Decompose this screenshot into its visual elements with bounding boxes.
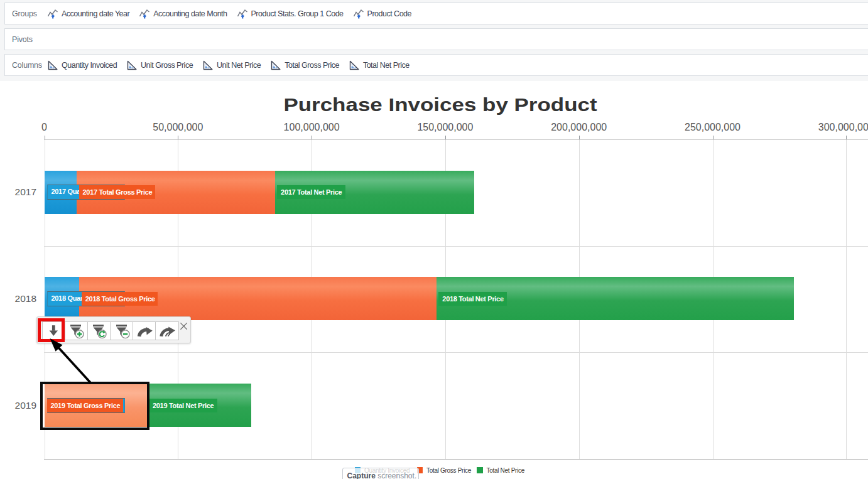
bar-label: 2018 Total Gross Price — [82, 292, 158, 306]
gridline-horizontal — [44, 352, 868, 353]
redo-button[interactable] — [155, 321, 178, 340]
gridline-horizontal — [44, 246, 868, 247]
category-label: 2017 — [0, 186, 36, 198]
legend-item[interactable]: Total Net Price — [477, 467, 524, 474]
bar-label: 2019 Total Net Price — [149, 399, 217, 412]
bar-label: 2017 Total Net Price — [277, 185, 345, 199]
filter-refresh-button[interactable] — [87, 321, 111, 340]
annotation-red-highlight — [38, 318, 65, 343]
filter-remove-button[interactable] — [110, 321, 133, 340]
x-axis-tick-label: 300,000,000 — [818, 122, 868, 133]
funnel-refresh-icon — [90, 323, 107, 339]
tooltip-rest-text: screenshot. — [376, 471, 416, 479]
x-axis-tick-label: 50,000,000 — [153, 122, 203, 133]
bar-label: 2018 Total Net Price — [438, 292, 507, 306]
curved-arrow-multi-icon — [159, 323, 175, 339]
category-label: 2018 — [0, 293, 36, 304]
x-axis-tick-label: 200,000,000 — [551, 122, 607, 133]
funnel-minus-icon — [114, 323, 130, 339]
curved-arrow-icon — [136, 323, 153, 339]
legend-item[interactable]: Total Gross Price — [417, 467, 472, 474]
annotation-black-rectangle — [40, 382, 149, 430]
tooltip-bold-text: Capture — [347, 471, 376, 479]
app-root: Groups Accounting date Year Accounting d… — [0, 0, 868, 479]
legend-label: Total Net Price — [487, 467, 525, 474]
undo-button[interactable] — [133, 321, 156, 340]
x-axis-tick-label: 250,000,000 — [685, 122, 741, 133]
legend-label: Total Gross Price — [426, 467, 471, 474]
axis-line-top — [44, 139, 868, 140]
x-axis-tick-label: 0 — [41, 122, 47, 133]
axis-line-bottom — [44, 459, 868, 460]
close-icon[interactable] — [180, 322, 188, 331]
legend-swatch — [477, 467, 483, 473]
x-axis-tick-label: 150,000,000 — [417, 122, 473, 133]
capture-screenshot-tooltip: Capture screenshot. — [342, 468, 419, 479]
gridline-vertical — [846, 140, 847, 460]
funnel-plus-icon — [68, 323, 84, 339]
category-label: 2019 — [0, 400, 36, 411]
chart-title: Purchase Invoices by Product — [306, 94, 575, 116]
x-axis-tick-label: 100,000,000 — [284, 122, 340, 133]
bar-label: 2017 Total Gross Price — [79, 185, 155, 199]
filter-add-button[interactable] — [65, 321, 88, 340]
